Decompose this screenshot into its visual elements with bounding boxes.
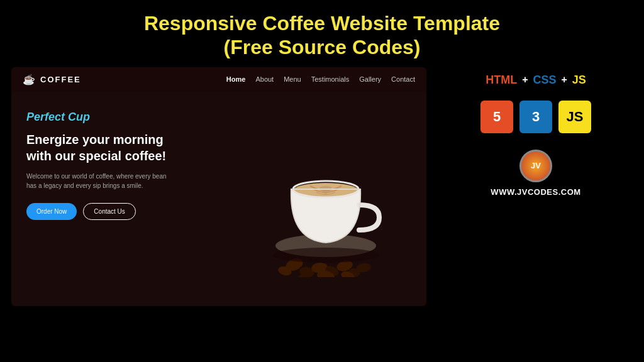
hero-heading: Energize your morning with our special c… [26,131,190,164]
nav-links: Home About Menu Testimonials Gallery Con… [226,75,415,83]
logo-text: COFFEE [40,75,81,84]
coffee-cup-icon: ☕ [23,74,36,85]
nav-home[interactable]: Home [226,75,246,83]
html-label: HTML [486,74,517,87]
preview-nav: ☕ COFFEE Home About Menu Testimonials Ga… [11,67,426,92]
contact-us-button[interactable]: Contact Us [83,203,135,220]
hero-tagline: Perfect Cup [26,111,411,124]
jv-logo: JV [519,150,552,182]
order-now-button[interactable]: Order Now [26,203,77,220]
jvcodes-url: WWW.JVCODES.COM [491,187,580,197]
hero-buttons: Order Now Contact Us [26,203,411,220]
nav-testimonials[interactable]: Testimonials [311,75,350,83]
tech-stack-labels: HTML + CSS + JS [486,74,586,87]
plus1: + [522,74,528,85]
jv-logo-text: JV [531,161,541,170]
css3-badge-text: 3 [532,109,540,125]
nav-menu[interactable]: Menu [284,75,301,83]
title-line2: (Free Source Codes) [224,36,421,58]
content-area: ☕ COFFEE Home About Menu Testimonials Ga… [0,67,644,362]
html5-badge: 5 [480,101,513,133]
title-line1: Responsive Coffee Website Template [144,12,500,35]
nav-contact[interactable]: Contact [391,75,415,83]
hero-text: Perfect Cup Energize your morning with o… [26,111,411,280]
js-badge: JS [558,101,591,133]
jvcodes-section: JV WWW.JVCODES.COM [491,150,580,197]
title-section: Responsive Coffee Website Template (Free… [144,0,500,67]
main-title: Responsive Coffee Website Template (Free… [144,11,500,60]
nav-gallery[interactable]: Gallery [359,75,381,83]
js-label: JS [572,74,586,87]
html5-badge-text: 5 [493,109,501,125]
css3-badge: 3 [519,101,552,133]
tech-icons: 5 3 JS [480,101,591,133]
nav-about[interactable]: About [255,75,274,83]
right-panel: HTML + CSS + JS 5 3 JS JV WWW.JVCODES.CO… [439,67,633,362]
preview-hero: Perfect Cup Energize your morning with o… [11,92,426,293]
css-label: CSS [533,74,556,87]
website-preview: ☕ COFFEE Home About Menu Testimonials Ga… [11,67,426,306]
js-badge-text: JS [567,109,584,125]
plus2: + [561,74,567,85]
nav-logo: ☕ COFFEE [23,74,81,85]
hero-description: Welcome to our world of coffee, where ev… [26,172,177,190]
